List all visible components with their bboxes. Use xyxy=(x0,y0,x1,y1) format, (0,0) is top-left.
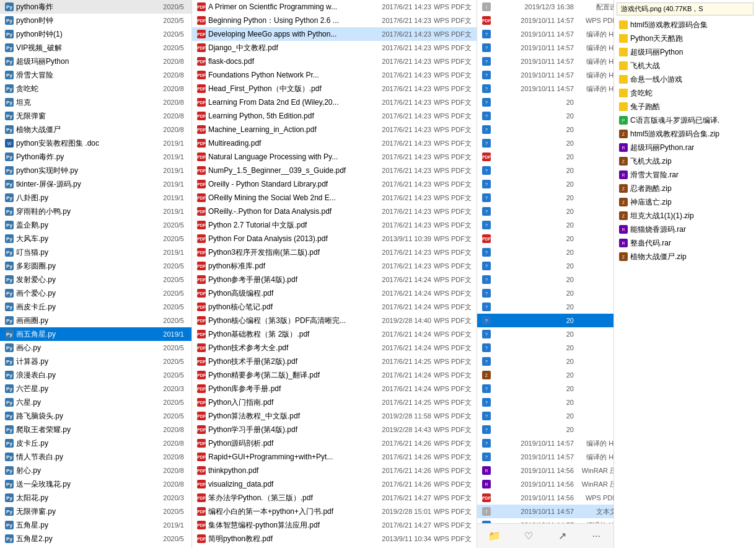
list-item[interactable]: Py画画圈.py2020/5 xyxy=(0,314,191,327)
sidebar-zip-item[interactable]: Z植物大战僵尸.zip xyxy=(614,250,756,263)
list-item[interactable]: PDFPython源码剖析.pdf2017/6/21 14:26WPS PDF文 xyxy=(192,436,477,450)
list-item[interactable]: ?jQuery 1.4参考手册(1).CHM20 xyxy=(477,286,613,300)
list-item[interactable]: ?JavaScript核心参考手册.chm20 xyxy=(477,218,613,232)
list-item[interactable]: ?XMLHttp中文参考手册.chm2019/10/11 14:57编译的 HT… xyxy=(477,450,613,464)
list-item[interactable]: Py坦克2020/8 xyxy=(0,95,191,109)
list-item[interactable]: Py叮当猫.py2019/1 xyxy=(0,245,191,259)
list-item[interactable]: PDF简明python教程.pdf2013/9/11 10:34WPS PDF文 xyxy=(192,532,477,546)
list-item[interactable]: PDFRapid+GUI+Programming+with+Pyt...2017… xyxy=(192,450,477,464)
list-item[interactable]: PDFLearning From Data 2nd Ed (Wiley,20..… xyxy=(192,95,477,109)
sidebar-zip-item[interactable]: R滑雪大冒险.rar xyxy=(614,168,756,182)
list-item[interactable]: Py浪漫表白.py2020/5 xyxy=(0,368,191,382)
list-item[interactable]: Py八卦图.py2019/1 xyxy=(0,191,191,205)
list-item[interactable]: PDFPython基础教程（第 2版）.pdf2017/6/21 14:24WP… xyxy=(192,327,477,341)
list-item[interactable]: Py计算器.py2020/5 xyxy=(0,355,191,368)
list-item[interactable]: PDFPython核心编程（第3版）PDF高清晰完...2019/2/28 14… xyxy=(192,314,477,327)
list-item[interactable]: Py太阳花.py2020/3 xyxy=(0,491,191,505)
list-item[interactable]: Py路飞脑袋头.py2020/5 xyxy=(0,409,191,423)
list-item[interactable]: ?CSS 2.0 中文手册.chm2019/10/11 14:57编译的 HTM xyxy=(477,41,613,55)
sidebar-folder-item[interactable]: 贪吃蛇 xyxy=(614,86,756,100)
list-item[interactable]: PDFJavaScript描述面试题.pdf20 xyxy=(477,232,613,245)
list-item[interactable]: Pypython实现时钟.py2019/1 xyxy=(0,164,191,177)
list-item[interactable]: Py画五角星.py2019/1 xyxy=(0,327,191,341)
list-item[interactable]: ?DOM中文手册(1).chm20 xyxy=(477,109,613,123)
sidebar-folder-item[interactable]: 超级玛丽Python xyxy=(614,45,756,59)
list-item[interactable]: ?网页制作完全手册.chm2019/10/11 14:57编译的 HTM xyxy=(477,518,613,523)
list-item[interactable]: PDFPython 2.7 Tutorial 中文版.pdf2017/6/21 … xyxy=(192,218,477,232)
list-item[interactable]: PDFFoundations Python Network Pr...2017/… xyxy=(192,68,477,82)
list-item[interactable]: ?Javascript参考手册(1).chm20 xyxy=(477,164,613,177)
list-item[interactable]: Pytkinter-屏保-源码.py2019/1 xyxy=(0,177,191,191)
list-item[interactable]: PDFPython技术手册(第2版).pdf2017/6/21 14:25WPS… xyxy=(192,355,477,368)
list-item[interactable]: PDF精通JavaScript(图灵计算机科学丛书).pdf2019/10/11… xyxy=(477,491,613,505)
list-item[interactable]: PDFMultireading.pdf2017/6/21 14:23WPS PD… xyxy=(192,136,477,150)
list-item[interactable]: PDFDeveloping MeeGo apps with Python...2… xyxy=(192,27,477,41)
more-button[interactable]: ··· xyxy=(588,528,605,545)
list-item[interactable]: ?DOM中文手册.chm20 xyxy=(477,136,613,150)
sidebar-folder-item[interactable]: 兔子跑酷 xyxy=(614,100,756,113)
list-item[interactable]: ?jQuery1.7 中文手册(2).chm20 xyxy=(477,327,613,341)
list-item[interactable]: Py超级玛丽Python2020/8 xyxy=(0,55,191,68)
list-item[interactable]: Pypython时钟(1)2020/5 xyxy=(0,27,191,41)
list-item[interactable]: Py多彩圆圈.py2020/5 xyxy=(0,259,191,273)
list-item[interactable]: Py发射爱心.py2020/5 xyxy=(0,273,191,286)
list-item[interactable]: Py植物大战僵尸2020/8 xyxy=(0,123,191,136)
list-item[interactable]: ?w3c标准html5手册.chm20 xyxy=(477,409,613,423)
list-item[interactable]: Py画心.py2020/5 xyxy=(0,341,191,355)
list-item[interactable]: PDFthinkpython.pdf2017/6/21 14:26WPS PDF… xyxy=(192,464,477,477)
list-item[interactable]: Py送一朵玫瑰花.py2020/8 xyxy=(0,477,191,491)
list-item[interactable]: Zjuery.js.zip20 xyxy=(477,368,613,382)
list-item[interactable]: Py画个爱心.py2020/5 xyxy=(0,286,191,300)
new-folder-button[interactable]: 📁 xyxy=(486,528,503,545)
list-item[interactable]: PDFHTML5移动开发即学即用[双色].pdf20 xyxy=(477,150,613,164)
list-item[interactable]: ?Javascript参考手册.chm20 xyxy=(477,177,613,191)
sidebar-zip-item[interactable]: Z神庙逃亡.zip xyxy=(614,195,756,209)
list-item[interactable]: PDF笨办法学Python.（第三版）.pdf2017/6/21 14:27WP… xyxy=(192,491,477,505)
list-item[interactable]: Py六星.py2020/5 xyxy=(0,396,191,409)
list-item[interactable]: ?CSS 3.0参考手册(2).chm2019/10/11 14:57编译的 H… xyxy=(477,68,613,82)
list-item[interactable]: ?jQuery 1.4中文手册.CHM20 xyxy=(477,300,613,314)
sidebar-zip-item[interactable]: Z坦克大战1(1)(1).zip xyxy=(614,209,756,223)
list-item[interactable]: PDFvisualizing_data.pdf2017/6/21 14:26WP… xyxy=(192,477,477,491)
list-item[interactable]: ?SQL.chm20 xyxy=(477,396,613,409)
list-item[interactable]: ?jquery1.8.3.chm20 xyxy=(477,355,613,368)
list-item[interactable]: Py五角星.py2019/1 xyxy=(0,518,191,532)
list-item[interactable]: ?JavaScript核心参考手册(1).chm20 xyxy=(477,191,613,205)
list-item[interactable]: Pypython毒炸2020/5 xyxy=(0,0,191,14)
list-item[interactable]: Py向日葵.py2020/5 xyxy=(0,546,191,548)
share-button[interactable]: ↗ xyxy=(554,528,571,545)
list-item[interactable]: ?xHTML参考手册.chm2019/10/11 14:57编译的 HTM xyxy=(477,436,613,450)
list-item[interactable]: Py六芒星.py2020/3 xyxy=(0,382,191,396)
list-item[interactable]: Wpython安装教程图集 .doc2019/1 xyxy=(0,136,191,150)
favorite-button[interactable]: ♡ xyxy=(520,528,537,545)
sidebar-folder-item[interactable]: html5游戏教程源码合集 xyxy=(614,18,756,32)
list-item[interactable]: Py画皮卡丘.py2020/5 xyxy=(0,300,191,314)
list-item[interactable]: PDFPython库参考手册.pdf2017/6/21 14:24WPS PDF… xyxy=(192,382,477,396)
list-item[interactable]: PDFPython算法教程_中文版.pdf2019/2/28 11:58WPS … xyxy=(192,409,477,423)
list-item[interactable]: Py大风车.py2020/5 xyxy=(0,232,191,245)
list-item[interactable]: ?jQuery1.7 中文手册(1).chm20 xyxy=(477,314,613,327)
list-item[interactable]: Py滑雪大冒险2020/8 xyxy=(0,68,191,82)
list-item[interactable]: PDFPython技术参考大全.pdf2017/6/21 14:24WPS PD… xyxy=(192,341,477,355)
list-item[interactable]: ?CSS 3.0参考手册.chm2019/10/11 14:57编译的 HTM xyxy=(477,82,613,95)
list-item[interactable]: ?JDK_API_1_6_zh_CN手册.CHM20 xyxy=(477,245,613,259)
sidebar-zip-item[interactable]: R超级玛丽Python.rar xyxy=(614,141,756,154)
list-item[interactable]: PyPython毒炸.py2019/1 xyxy=(0,150,191,164)
list-item[interactable]: PDFPython参考手册(第4版).pdf2017/6/21 14:24WPS… xyxy=(192,273,477,286)
sidebar-zip-item[interactable]: R整蛊代码.rar xyxy=(614,236,756,250)
list-item[interactable]: PDF集体智慧编程-python算法应用.pdf2017/6/21 14:27W… xyxy=(192,518,477,532)
list-item[interactable]: PDFPython For Data Analysis (2013).pdf20… xyxy=(192,232,477,245)
list-item[interactable]: Py五角星2.py2020/5 xyxy=(0,532,191,546)
list-item[interactable]: R超实用的JavsSctript代码.rar2019/10/11 14:56Wi… xyxy=(477,477,613,491)
list-item[interactable]: PDFHead_First_Python（中文版）.pdf2017/6/21 1… xyxy=(192,82,477,95)
list-item[interactable]: PDFCSS 2.0 中文手册(1).pdf2019/10/11 14:57WP… xyxy=(477,14,613,27)
list-item[interactable]: PDFMachine_Learning_in_Action.pdf2017/6/… xyxy=(192,123,477,136)
list-item[interactable]: ?JavaScript核心参考手册(2).chm20 xyxy=(477,205,613,218)
list-item[interactable]: ?DOM中文手册(2).chm20 xyxy=(477,123,613,136)
list-item[interactable]: PDFPython入门指南.pdf2017/6/21 14:25WPS PDF文 xyxy=(192,396,477,409)
list-item[interactable]: ?CSS 2.0 中文手册(2).chm2019/10/11 14:57编译的 … xyxy=(477,27,613,41)
list-item[interactable]: PDFBeginning Python：Using Python 2.6 ...… xyxy=(192,14,477,27)
list-item[interactable]: PDFpython核心笔记.pdf2017/6/21 14:24WPS PDF文 xyxy=(192,300,477,314)
sidebar-folder-item[interactable]: 命悬一线小游戏 xyxy=(614,73,756,86)
sidebar-folder-item[interactable]: Python天天酷跑 xyxy=(614,32,756,45)
